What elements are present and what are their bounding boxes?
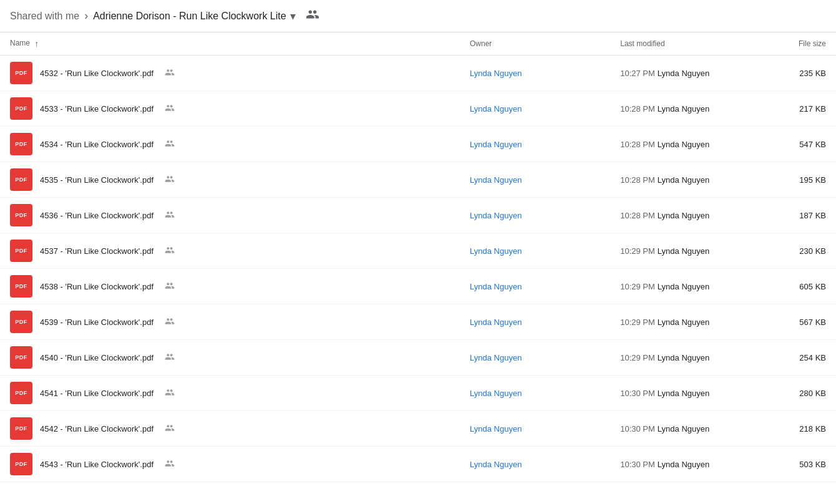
file-name: 4537 - 'Run Like Clockwork'.pdf (40, 246, 153, 256)
file-name: 4542 - 'Run Like Clockwork'.pdf (40, 424, 153, 434)
folder-dropdown-icon[interactable]: ▾ (290, 9, 296, 23)
table-row[interactable]: PDF 4533 - 'Run Like Clockwork'.pdf Lynd… (0, 91, 836, 127)
file-name: 4536 - 'Run Like Clockwork'.pdf (40, 211, 153, 220)
pdf-icon: PDF (10, 453, 32, 475)
shared-icon (165, 352, 175, 364)
file-name-cell: PDF 4536 - 'Run Like Clockwork'.pdf (0, 198, 460, 233)
file-name: 4532 - 'Run Like Clockwork'.pdf (40, 69, 153, 78)
file-modified: 10:29 PMLynda Nguyen (610, 269, 761, 304)
file-owner: Lynda Nguyen (460, 340, 610, 376)
file-name-cell: PDF 4543 - 'Run Like Clockwork'.pdf (0, 447, 460, 482)
file-owner: Lynda Nguyen (460, 198, 610, 233)
pdf-icon: PDF (10, 275, 32, 298)
file-name-cell: PDF 4535 - 'Run Like Clockwork'.pdf (0, 162, 460, 198)
shared-icon (165, 387, 175, 399)
shared-with-me-link[interactable]: Shared with me (10, 11, 79, 22)
file-name-cell: PDF 4533 - 'Run Like Clockwork'.pdf (0, 91, 460, 127)
file-owner: Lynda Nguyen (460, 127, 610, 162)
col-modified[interactable]: Last modified (610, 32, 761, 56)
breadcrumb-separator: › (84, 9, 88, 22)
table-row[interactable]: PDF 4532 - 'Run Like Clockwork'.pdf Lynd… (0, 56, 836, 91)
col-name[interactable]: Name ↑ (0, 32, 460, 56)
breadcrumb: Shared with me › Adrienne Dorison - Run … (0, 0, 836, 32)
file-owner: Lynda Nguyen (460, 411, 610, 447)
table-row[interactable]: PDF 4535 - 'Run Like Clockwork'.pdf Lynd… (0, 162, 836, 198)
file-size: 218 KB (761, 411, 836, 447)
table-row[interactable]: PDF 4537 - 'Run Like Clockwork'.pdf Lynd… (0, 233, 836, 269)
pdf-icon: PDF (10, 417, 32, 440)
table-row[interactable]: PDF 4538 - 'Run Like Clockwork'.pdf Lynd… (0, 269, 836, 304)
file-name-cell: PDF 4537 - 'Run Like Clockwork'.pdf (0, 233, 460, 269)
file-owner: Lynda Nguyen (460, 376, 610, 411)
shared-icon (165, 423, 175, 435)
file-name: 4539 - 'Run Like Clockwork'.pdf (40, 317, 153, 327)
file-name: 4543 - 'Run Like Clockwork'.pdf (40, 460, 153, 469)
pdf-icon: PDF (10, 240, 32, 262)
table-row[interactable]: PDF 4540 - 'Run Like Clockwork'.pdf Lynd… (0, 340, 836, 376)
file-modified: 10:27 PMLynda Nguyen (610, 56, 761, 91)
file-size: 547 KB (761, 127, 836, 162)
manage-people-icon[interactable] (306, 7, 319, 24)
table-row[interactable]: PDF 4536 - 'Run Like Clockwork'.pdf Lynd… (0, 198, 836, 233)
shared-icon (165, 316, 175, 328)
file-modified: 10:29 PMLynda Nguyen (610, 233, 761, 269)
file-name-cell: PDF 4540 - 'Run Like Clockwork'.pdf (0, 340, 460, 376)
file-name: 4540 - 'Run Like Clockwork'.pdf (40, 353, 153, 362)
col-owner[interactable]: Owner (460, 32, 610, 56)
shared-icon (165, 245, 175, 257)
pdf-icon: PDF (10, 204, 32, 226)
table-header-row: Name ↑ Owner Last modified File size (0, 32, 836, 56)
file-size: 195 KB (761, 162, 836, 198)
file-name: 4535 - 'Run Like Clockwork'.pdf (40, 175, 153, 185)
file-owner: Lynda Nguyen (460, 56, 610, 91)
file-name: 4541 - 'Run Like Clockwork'.pdf (40, 389, 153, 398)
file-name-cell: PDF 4534 - 'Run Like Clockwork'.pdf (0, 127, 460, 162)
file-owner: Lynda Nguyen (460, 233, 610, 269)
pdf-icon: PDF (10, 311, 32, 333)
file-size: 605 KB (761, 269, 836, 304)
table-row[interactable]: PDF 4539 - 'Run Like Clockwork'.pdf Lynd… (0, 304, 836, 340)
file-modified: 10:30 PMLynda Nguyen (610, 447, 761, 482)
file-modified: 10:29 PMLynda Nguyen (610, 304, 761, 340)
file-table: Name ↑ Owner Last modified File size PDF… (0, 32, 836, 482)
pdf-icon: PDF (10, 382, 32, 404)
table-row[interactable]: PDF 4534 - 'Run Like Clockwork'.pdf Lynd… (0, 127, 836, 162)
file-size: 567 KB (761, 304, 836, 340)
pdf-icon: PDF (10, 97, 32, 120)
table-row[interactable]: PDF 4542 - 'Run Like Clockwork'.pdf Lynd… (0, 411, 836, 447)
file-size: 230 KB (761, 233, 836, 269)
file-name: 4533 - 'Run Like Clockwork'.pdf (40, 104, 153, 114)
file-size: 280 KB (761, 376, 836, 411)
shared-icon (165, 210, 175, 221)
col-size[interactable]: File size (761, 32, 836, 56)
file-owner: Lynda Nguyen (460, 162, 610, 198)
file-modified: 10:28 PMLynda Nguyen (610, 162, 761, 198)
file-modified: 10:30 PMLynda Nguyen (610, 376, 761, 411)
file-modified: 10:28 PMLynda Nguyen (610, 127, 761, 162)
pdf-icon: PDF (10, 133, 32, 155)
breadcrumb-folder-link[interactable]: Adrienne Dorison - Run Like Clockwork Li… (93, 9, 295, 23)
file-owner: Lynda Nguyen (460, 304, 610, 340)
file-size: 235 KB (761, 56, 836, 91)
file-size: 217 KB (761, 91, 836, 127)
shared-icon (165, 174, 175, 186)
file-name-cell: PDF 4541 - 'Run Like Clockwork'.pdf (0, 376, 460, 411)
file-owner: Lynda Nguyen (460, 269, 610, 304)
folder-name-label: Adrienne Dorison - Run Like Clockwork Li… (93, 11, 286, 22)
file-name-cell: PDF 4538 - 'Run Like Clockwork'.pdf (0, 269, 460, 304)
shared-icon (165, 103, 175, 115)
shared-icon (165, 67, 175, 79)
file-size: 503 KB (761, 447, 836, 482)
file-owner: Lynda Nguyen (460, 447, 610, 482)
file-owner: Lynda Nguyen (460, 91, 610, 127)
file-modified: 10:28 PMLynda Nguyen (610, 91, 761, 127)
table-row[interactable]: PDF 4543 - 'Run Like Clockwork'.pdf Lynd… (0, 447, 836, 482)
file-name: 4538 - 'Run Like Clockwork'.pdf (40, 282, 153, 291)
sort-icon: ↑ (34, 39, 39, 49)
table-row[interactable]: PDF 4541 - 'Run Like Clockwork'.pdf Lynd… (0, 376, 836, 411)
shared-icon (165, 458, 175, 470)
pdf-icon: PDF (10, 168, 32, 191)
file-size: 254 KB (761, 340, 836, 376)
file-modified: 10:30 PMLynda Nguyen (610, 411, 761, 447)
shared-icon (165, 281, 175, 293)
